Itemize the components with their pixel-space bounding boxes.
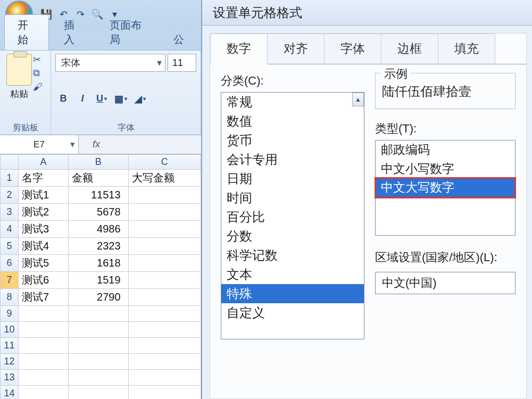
cell[interactable]: 5678 (69, 204, 128, 221)
type-item[interactable]: 中文小写数字 (376, 160, 515, 179)
cell[interactable]: 1519 (69, 272, 128, 289)
bold-button[interactable]: B (55, 91, 71, 107)
cell[interactable] (128, 238, 201, 255)
row-header[interactable]: 8 (1, 289, 19, 306)
cell[interactable]: 1618 (69, 255, 128, 272)
cut-icon[interactable]: ✂ (33, 54, 45, 65)
font-size-combo[interactable]: 11 (168, 54, 196, 72)
cell[interactable]: 11513 (69, 187, 128, 204)
cell[interactable] (128, 338, 201, 354)
font-name-combo[interactable]: 宋体 (55, 54, 165, 72)
ribbon-tab-insert[interactable]: 插入 (51, 15, 95, 50)
cell[interactable] (128, 354, 201, 370)
cell[interactable] (128, 306, 201, 322)
row-header[interactable]: 4 (1, 221, 19, 238)
col-header-b[interactable]: B (69, 155, 128, 170)
row-header[interactable]: 10 (1, 322, 19, 338)
row-header[interactable]: 14 (1, 386, 19, 400)
cell[interactable] (128, 204, 201, 221)
cell[interactable] (19, 322, 69, 338)
underline-button[interactable]: U (94, 91, 110, 107)
fill-color-button[interactable]: ◢ (132, 91, 148, 107)
row-header[interactable]: 6 (1, 255, 19, 272)
ribbon-tab-layout[interactable]: 页面布局 (97, 15, 159, 50)
category-item[interactable]: 常规 (221, 93, 364, 112)
category-item[interactable]: 会计专用 (221, 150, 364, 169)
cell[interactable] (19, 306, 69, 322)
cell[interactable] (19, 354, 69, 370)
cell[interactable] (128, 386, 201, 400)
select-all-corner[interactable] (1, 155, 19, 170)
category-item[interactable]: 自定义 (221, 303, 364, 322)
cell[interactable] (69, 322, 128, 338)
cell[interactable] (128, 187, 201, 204)
cell[interactable] (128, 322, 201, 338)
cell[interactable]: 测试2 (19, 204, 69, 221)
category-item[interactable]: 货币 (221, 131, 364, 150)
cell[interactable] (69, 338, 128, 354)
border-button[interactable]: ▦ (113, 91, 129, 107)
name-box[interactable]: E7 (0, 135, 79, 154)
cell[interactable]: 2790 (69, 289, 128, 306)
tab-font[interactable]: 字体 (325, 34, 381, 64)
cell[interactable] (128, 289, 201, 306)
row-header[interactable]: 9 (1, 306, 19, 322)
tab-align[interactable]: 对齐 (268, 34, 325, 64)
ribbon-tab-home[interactable]: 开始 (4, 14, 49, 50)
category-item[interactable]: 百分比 (221, 207, 364, 227)
cell[interactable] (19, 338, 69, 354)
tab-number[interactable]: 数字 (210, 34, 268, 64)
cell[interactable] (69, 306, 128, 322)
cell[interactable] (128, 221, 201, 238)
scroll-up-icon[interactable]: ▲ (352, 93, 364, 106)
cell[interactable]: 2323 (69, 238, 128, 255)
category-listbox[interactable]: ▲ 常规 数值 货币 会计专用 日期 时间 百分比 分数 科学记数 文本 特殊 … (221, 92, 364, 339)
tab-fill[interactable]: 填充 (438, 34, 495, 64)
category-item[interactable]: 日期 (221, 169, 364, 188)
row-header[interactable]: 1 (1, 170, 19, 187)
category-item[interactable]: 分数 (221, 227, 364, 246)
row-header[interactable]: 3 (1, 204, 19, 221)
category-item[interactable]: 时间 (221, 188, 364, 207)
cell[interactable]: 测试4 (19, 238, 69, 255)
fx-icon[interactable]: fx (79, 139, 110, 150)
worksheet-grid[interactable]: A B C 1 名字 金额 大写金额 2测试111513 3测试25678 4测… (0, 154, 201, 399)
row-header[interactable]: 11 (1, 338, 19, 354)
cell[interactable]: 金额 (69, 170, 128, 187)
cell[interactable] (128, 255, 201, 272)
locale-combo[interactable]: 中文(中国) (375, 272, 516, 294)
row-header[interactable]: 7 (1, 272, 19, 289)
row-header[interactable]: 5 (1, 238, 19, 255)
cell[interactable]: 测试5 (19, 255, 69, 272)
cell[interactable] (19, 386, 69, 400)
cell[interactable] (69, 386, 128, 400)
format-painter-icon[interactable]: 🖌 (33, 81, 45, 93)
type-item-selected[interactable]: 中文大写数字 (376, 178, 515, 197)
category-item[interactable]: 文本 (221, 265, 364, 284)
cell[interactable]: 测试1 (19, 187, 69, 204)
cell[interactable] (19, 370, 69, 386)
row-header[interactable]: 13 (1, 370, 19, 386)
cell[interactable]: 4986 (69, 221, 128, 238)
cell[interactable]: 测试6 (19, 272, 69, 289)
col-header-c[interactable]: C (128, 155, 201, 170)
cell[interactable] (69, 354, 128, 370)
cell[interactable]: 名字 (19, 170, 69, 187)
type-listbox[interactable]: 邮政编码 中文小写数字 中文大写数字 (375, 140, 516, 236)
tab-border[interactable]: 边框 (381, 34, 438, 64)
cell[interactable] (69, 370, 128, 386)
cell[interactable] (128, 272, 201, 289)
row-header[interactable]: 12 (1, 354, 19, 370)
paste-icon[interactable] (6, 54, 32, 86)
type-item[interactable]: 邮政编码 (376, 140, 515, 160)
category-item[interactable]: 数值 (221, 112, 364, 131)
copy-icon[interactable]: ⧉ (33, 68, 45, 79)
category-item[interactable]: 科学记数 (221, 246, 364, 265)
cell[interactable] (128, 370, 201, 386)
ribbon-tab-other[interactable]: 公 (161, 29, 197, 50)
col-header-a[interactable]: A (19, 155, 69, 170)
row-header[interactable]: 2 (1, 187, 19, 204)
cell[interactable]: 测试7 (19, 289, 69, 306)
cell[interactable]: 大写金额 (128, 170, 201, 187)
category-item-selected[interactable]: 特殊 (221, 284, 364, 303)
